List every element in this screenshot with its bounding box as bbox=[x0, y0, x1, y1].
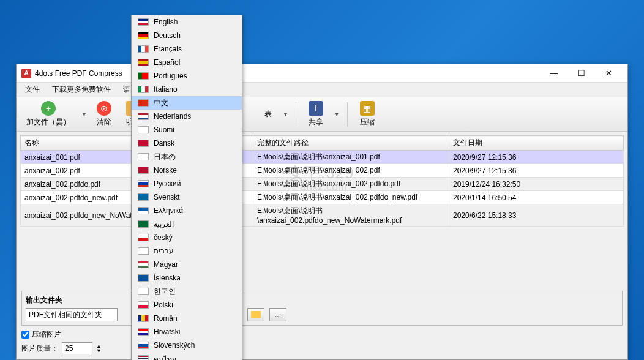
menu-file[interactable]: 文件 bbox=[19, 83, 46, 96]
language-label: Français bbox=[154, 45, 182, 53]
language-item-fi[interactable]: Suomi bbox=[132, 123, 242, 137]
table-row[interactable]: anxaizai_002.pdfdo_new.pdfE:\tools\桌面\说明… bbox=[21, 191, 624, 204]
browse-folder-button[interactable] bbox=[247, 308, 264, 321]
language-item-gr[interactable]: Ελληνικά bbox=[132, 204, 242, 217]
language-item-fr[interactable]: Français bbox=[132, 42, 242, 56]
language-item-de[interactable]: Deutsch bbox=[132, 29, 242, 42]
language-label: Íslenska bbox=[154, 274, 181, 282]
flag-icon bbox=[138, 355, 149, 360]
col-date[interactable]: 文件日期 bbox=[449, 136, 624, 151]
clear-icon: ⊘ bbox=[97, 101, 111, 116]
language-item-pl[interactable]: Polski bbox=[132, 298, 242, 312]
language-label: Polski bbox=[154, 301, 173, 309]
app-icon: A bbox=[21, 69, 31, 78]
table-row[interactable]: anxaizai_002.pdfE:\tools\桌面\说明书\anxaizai… bbox=[21, 164, 624, 178]
flag-icon bbox=[138, 261, 149, 268]
language-item-sa[interactable]: العربية bbox=[132, 217, 242, 231]
language-item-es[interactable]: Español bbox=[132, 56, 242, 69]
window-title: 4dots Free PDF Compress bbox=[35, 69, 540, 78]
add-file-button[interactable]: + 加文件（昙） bbox=[21, 100, 75, 129]
language-item-se[interactable]: Svenskt bbox=[132, 190, 242, 204]
language-label: Magyar bbox=[154, 260, 178, 269]
table-cell: 2020/1/14 16:50:54 bbox=[449, 191, 624, 204]
language-label: 中文 bbox=[154, 98, 168, 108]
more-button[interactable]: ... bbox=[269, 308, 286, 321]
output-folder-group: 输出文件夹 ... bbox=[21, 291, 623, 326]
language-item-pt[interactable]: Português bbox=[132, 69, 242, 83]
compress-images-checkbox[interactable] bbox=[21, 331, 29, 339]
toolbar: + 加文件（昙） ▼ ⊘ 清除 明确 表 ▼ f 共享 ▼ ▦ 压缩 bbox=[17, 97, 627, 132]
chevron-down-icon[interactable]: ▼ bbox=[334, 111, 340, 118]
language-label: Slovenských bbox=[154, 341, 195, 350]
menu-download[interactable]: 下载更多免费软件 bbox=[46, 83, 117, 96]
flag-icon bbox=[138, 126, 149, 133]
language-label: 日本の bbox=[154, 152, 176, 162]
language-label: Nederlands bbox=[154, 112, 191, 121]
close-button[interactable]: ✕ bbox=[595, 64, 623, 82]
facebook-icon: f bbox=[309, 101, 323, 116]
content-area: 名称 完整的文件路径 文件日期 anxaizai_001.pdfE:\tools… bbox=[17, 132, 627, 230]
flag-icon bbox=[138, 167, 149, 174]
language-item-ru[interactable]: Русский bbox=[132, 177, 242, 190]
share-button[interactable]: f 共享 bbox=[304, 100, 328, 129]
language-label: Dansk bbox=[154, 139, 174, 148]
table-button[interactable]: 表 bbox=[260, 108, 277, 121]
language-item-no[interactable]: Norske bbox=[132, 163, 242, 177]
maximize-button[interactable]: ☐ bbox=[567, 64, 595, 82]
language-item-jp[interactable]: 日本の bbox=[132, 150, 242, 163]
separator bbox=[347, 102, 348, 127]
col-path[interactable]: 完整的文件路径 bbox=[253, 136, 449, 151]
language-item-is[interactable]: Íslenska bbox=[132, 271, 242, 285]
language-item-cz[interactable]: český bbox=[132, 231, 242, 244]
language-item-nl[interactable]: Nederlands bbox=[132, 110, 242, 123]
quality-label: 图片质量： bbox=[21, 343, 58, 354]
quality-spinner[interactable] bbox=[62, 342, 92, 354]
compress-button[interactable]: ▦ 压缩 bbox=[355, 100, 380, 129]
table-cell: 2019/12/24 16:32:50 bbox=[449, 178, 624, 191]
separator bbox=[296, 102, 296, 127]
language-item-th[interactable]: คนไทย bbox=[132, 352, 242, 360]
language-label: Român bbox=[154, 314, 178, 323]
file-table[interactable]: 名称 完整的文件路径 文件日期 anxaizai_001.pdfE:\tools… bbox=[20, 135, 624, 227]
flag-icon bbox=[138, 328, 149, 336]
language-label: Svenskt bbox=[154, 193, 180, 201]
table-row[interactable]: anxaizai_002.pdfdo_new_NoWatermark.E:\to… bbox=[21, 204, 624, 227]
language-item-hr[interactable]: Hrvatski bbox=[132, 325, 242, 339]
flag-icon bbox=[138, 315, 149, 322]
language-menu[interactable]: EnglishDeutschFrançaisEspañolPortuguêsIt… bbox=[131, 15, 242, 360]
flag-icon bbox=[138, 234, 149, 241]
language-item-il[interactable]: עברית bbox=[132, 244, 242, 258]
output-folder-label: 输出文件夹 bbox=[26, 295, 618, 306]
table-row[interactable]: anxaizai_002.pdfdo.pdfE:\tools\桌面\说明书\an… bbox=[21, 178, 624, 191]
language-label: Ελληνικά bbox=[154, 206, 183, 215]
flag-icon bbox=[138, 45, 149, 53]
table-cell: E:\tools\桌面\说明书\anxaizai_002.pdfdo_new_N… bbox=[253, 204, 449, 227]
language-item-it[interactable]: Italiano bbox=[132, 83, 242, 96]
chevron-down-icon[interactable]: ▼ bbox=[283, 111, 288, 118]
language-label: Español bbox=[154, 58, 180, 67]
flag-icon bbox=[138, 18, 149, 26]
language-item-sk[interactable]: Slovenských bbox=[132, 339, 242, 352]
language-item-cn[interactable]: 中文 bbox=[132, 96, 242, 110]
flag-icon bbox=[138, 99, 149, 107]
minimize-button[interactable]: — bbox=[540, 64, 567, 82]
chevron-down-icon[interactable]: ▼ bbox=[81, 111, 87, 118]
menubar: 文件 下载更多免费软件 语 bbox=[17, 83, 627, 97]
flag-icon bbox=[138, 274, 149, 282]
compress-images-row: 压缩图片 bbox=[21, 329, 623, 340]
clear-button[interactable]: ⊘ 清除 bbox=[92, 100, 116, 129]
language-item-gb[interactable]: English bbox=[132, 15, 242, 29]
language-label: český bbox=[154, 233, 173, 242]
output-folder-input[interactable] bbox=[26, 308, 118, 321]
language-item-hu[interactable]: Magyar bbox=[132, 258, 242, 271]
language-label: Deutsch bbox=[154, 31, 181, 40]
table-row[interactable]: anxaizai_001.pdfE:\tools\桌面\说明书\anxaizai… bbox=[21, 151, 624, 164]
language-label: Suomi bbox=[154, 126, 174, 134]
flag-icon bbox=[138, 59, 149, 66]
flag-icon bbox=[138, 140, 149, 147]
language-item-kr[interactable]: 한국인 bbox=[132, 285, 242, 298]
language-item-dk[interactable]: Dansk bbox=[132, 137, 242, 150]
spinner-buttons[interactable]: ▲▼ bbox=[96, 343, 102, 353]
flag-icon bbox=[138, 193, 149, 201]
language-item-ro[interactable]: Român bbox=[132, 312, 242, 325]
